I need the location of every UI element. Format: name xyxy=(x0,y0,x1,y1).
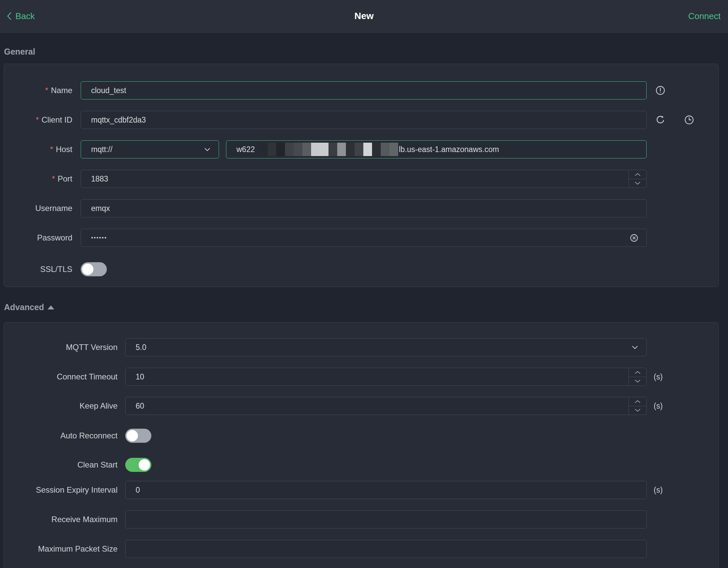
general-section-title: General xyxy=(4,47,35,57)
exclamation-circle-icon xyxy=(655,81,666,99)
back-label: Back xyxy=(15,11,35,21)
ssl-label: SSL/TLS xyxy=(4,260,72,278)
port-stepper xyxy=(629,170,646,188)
page-title: New xyxy=(0,0,728,32)
username-field-row: Username xyxy=(4,199,718,217)
increment-button[interactable] xyxy=(629,397,646,406)
auto-reconnect-label: Auto Reconnect xyxy=(4,427,118,445)
connect-timeout-label: Connect Timeout xyxy=(4,368,118,386)
toggle-knob xyxy=(127,430,138,441)
host-value-suffix: lb.us-east-1.amazonaws.com xyxy=(399,145,499,154)
ssl-field-row: SSL/TLS xyxy=(4,260,718,278)
increment-button[interactable] xyxy=(629,170,646,179)
session-expiry-field-row: Session Expiry Interval (s) xyxy=(4,481,718,499)
advanced-card: MQTT Version 5.0 Connect Timeout 10 (s xyxy=(4,322,719,568)
receive-maximum-label: Receive Maximum xyxy=(4,510,118,528)
password-input[interactable] xyxy=(81,229,647,247)
connect-timeout-value: 10 xyxy=(126,368,646,385)
keep-alive-unit: (s) xyxy=(654,397,663,415)
maximum-packet-size-field-row: Maximum Packet Size xyxy=(4,540,718,558)
password-field-row: Password xyxy=(4,229,718,247)
increment-button[interactable] xyxy=(629,368,646,377)
decrement-button[interactable] xyxy=(629,377,646,386)
header-bar: Back New Connect xyxy=(0,0,728,32)
back-button[interactable]: Back xyxy=(5,0,35,32)
connect-timeout-unit: (s) xyxy=(654,368,663,386)
keep-alive-field-row: Keep Alive 60 (s) xyxy=(4,397,718,415)
username-label: Username xyxy=(4,199,72,217)
required-marker: * xyxy=(45,86,48,95)
session-expiry-input[interactable] xyxy=(125,481,647,499)
maximum-packet-size-label: Maximum Packet Size xyxy=(4,540,118,558)
decrement-button[interactable] xyxy=(629,179,646,188)
keep-alive-stepper xyxy=(629,397,646,415)
session-expiry-label: Session Expiry Interval xyxy=(4,481,118,499)
required-marker: * xyxy=(52,174,55,184)
connect-timeout-field-row: Connect Timeout 10 (s) xyxy=(4,368,718,386)
chevron-down-icon xyxy=(631,343,639,351)
connect-timeout-stepper xyxy=(629,368,646,385)
password-label: Password xyxy=(4,229,72,247)
mqtt-version-select[interactable]: 5.0 xyxy=(125,338,647,356)
clean-start-label: Clean Start xyxy=(4,456,118,474)
session-expiry-unit: (s) xyxy=(654,481,663,499)
connect-button[interactable]: Connect xyxy=(688,0,721,32)
auto-reconnect-field-row: Auto Reconnect xyxy=(4,427,718,445)
chevron-left-icon xyxy=(5,11,13,21)
keep-alive-value: 60 xyxy=(126,397,646,415)
toggle-knob xyxy=(139,459,150,471)
host-value-prefix: w622 xyxy=(236,145,255,154)
port-input[interactable]: 1883 xyxy=(81,170,647,188)
client-id-input[interactable] xyxy=(81,111,647,129)
mqtt-version-field-row: MQTT Version 5.0 xyxy=(4,338,718,356)
refresh-icon[interactable] xyxy=(655,111,666,129)
name-label: * Name xyxy=(4,81,72,99)
circle-x-icon[interactable] xyxy=(630,229,639,247)
toggle-knob xyxy=(82,264,93,275)
decrement-button[interactable] xyxy=(629,406,646,415)
general-card: * Name * Client ID xyxy=(4,64,719,287)
host-protocol-select[interactable]: mqtt:// xyxy=(81,140,219,158)
required-marker: * xyxy=(36,115,39,125)
mqtt-version-label: MQTT Version xyxy=(4,338,118,356)
keep-alive-label: Keep Alive xyxy=(4,397,118,415)
port-label: * Port xyxy=(4,170,72,188)
clean-start-toggle[interactable] xyxy=(125,458,151,472)
client-id-label: * Client ID xyxy=(4,111,72,129)
name-field-row: * Name xyxy=(4,81,718,99)
receive-maximum-field-row: Receive Maximum xyxy=(4,510,718,528)
host-protocol-value: mqtt:// xyxy=(91,145,113,154)
clock-icon[interactable] xyxy=(684,111,695,129)
advanced-section-toggle[interactable]: Advanced xyxy=(4,302,55,312)
receive-maximum-input[interactable] xyxy=(125,510,647,528)
port-field-row: * Port 1883 xyxy=(4,170,718,188)
host-input[interactable]: w622 lb.us-east-1.amazonaws.com xyxy=(226,140,647,158)
name-input[interactable] xyxy=(81,81,647,99)
connect-timeout-input[interactable]: 10 xyxy=(125,368,647,386)
triangle-up-icon xyxy=(47,305,55,310)
required-marker: * xyxy=(50,145,53,154)
host-label: * Host xyxy=(4,140,72,158)
host-field-row: * Host mqtt:// w622 lb.us-east-1.amazona… xyxy=(4,140,718,158)
client-id-field-row: * Client ID xyxy=(4,111,718,129)
ssl-toggle[interactable] xyxy=(81,262,107,276)
mqtt-version-value: 5.0 xyxy=(136,343,146,352)
auto-reconnect-toggle[interactable] xyxy=(125,429,151,443)
chevron-down-icon xyxy=(203,145,211,153)
port-value: 1883 xyxy=(81,170,646,188)
host-redacted-area xyxy=(259,143,398,156)
username-input[interactable] xyxy=(81,199,647,217)
keep-alive-input[interactable]: 60 xyxy=(125,397,647,415)
maximum-packet-size-input[interactable] xyxy=(125,540,647,558)
clean-start-field-row: Clean Start xyxy=(4,456,718,474)
